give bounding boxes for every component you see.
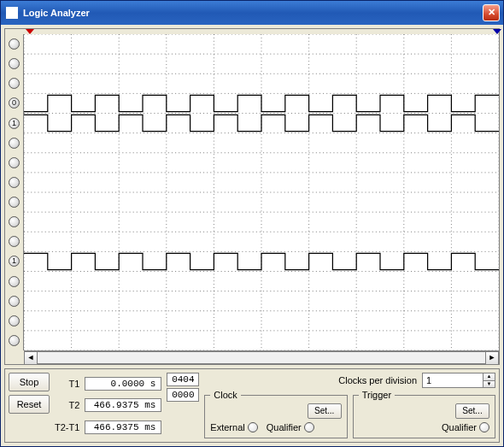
channel-dot-icon: [9, 335, 20, 346]
channel-dot-icon: [9, 138, 20, 149]
t1-label: T1: [55, 379, 81, 389]
channel-indicator[interactable]: [5, 173, 23, 192]
hex-top-value: 0404: [167, 373, 199, 386]
title-bar[interactable]: Logic Analyzer ✕: [1, 1, 503, 25]
channel-dot-icon: [9, 177, 20, 188]
channel-dot-icon: [9, 296, 20, 307]
spinner-up-button[interactable]: ▲: [483, 373, 495, 381]
channel-dot-icon: 1: [9, 118, 20, 129]
trigger-qualifier-radio[interactable]: Qualifier: [442, 422, 489, 432]
t2t1-value: 466.9375 ms: [85, 421, 161, 434]
channel-dot-icon: [9, 197, 20, 208]
client-area: 011 ◄ ► Stop Reset T1 0.0000 s T2 466.93…: [1, 25, 503, 446]
scroll-right-button[interactable]: ►: [485, 351, 499, 365]
waveform-display[interactable]: [24, 34, 499, 350]
channel-indicator[interactable]: [5, 212, 23, 232]
channel-indicator[interactable]: [5, 232, 23, 251]
trigger-qualifier-label: Qualifier: [442, 422, 477, 432]
channel-indicator[interactable]: [5, 192, 23, 212]
clock-set-button[interactable]: Set...: [308, 403, 342, 419]
channel-indicator[interactable]: [5, 291, 23, 311]
channel-dot-icon: 1: [9, 256, 20, 267]
channel-column: 011: [5, 34, 24, 350]
clocks-per-division-label: Clocks per division: [338, 375, 417, 385]
logic-analyzer-window: Logic Analyzer ✕ 011 ◄ ► Stop: [0, 0, 504, 447]
channel-dot-icon: [9, 157, 20, 168]
close-button[interactable]: ✕: [483, 4, 500, 21]
channel-dot-icon: [9, 58, 20, 69]
window-title: Logic Analyzer: [23, 8, 90, 18]
horizontal-scrollbar[interactable]: ◄ ►: [24, 350, 499, 364]
channel-dot-icon: [9, 236, 20, 247]
channel-indicator[interactable]: [5, 153, 23, 173]
channel-indicator[interactable]: [5, 311, 23, 331]
clocks-per-division-spinner[interactable]: ▲ ▼: [422, 373, 495, 388]
time-readout: T1 0.0000 s T2 466.9375 ms T2-T1 466.937…: [55, 373, 161, 438]
t2t1-label: T2-T1: [55, 422, 81, 432]
trigger-set-button[interactable]: Set...: [455, 403, 489, 419]
channel-indicator[interactable]: 0: [5, 93, 23, 113]
t2-label: T2: [55, 400, 81, 410]
channel-indicator[interactable]: [5, 74, 23, 93]
radio-icon: [304, 422, 314, 432]
clock-qualifier-radio[interactable]: Qualifier: [267, 422, 314, 432]
waveform-panel: 011 ◄ ►: [4, 28, 500, 365]
channel-indicator[interactable]: 1: [5, 251, 23, 271]
clock-group: Clock Set... External Qualifier: [204, 390, 347, 438]
window-system-icon: [6, 7, 18, 19]
t1-value: 0.0000 s: [85, 377, 161, 391]
channel-indicator[interactable]: [5, 54, 23, 74]
channel-indicator[interactable]: [5, 34, 23, 54]
radio-icon: [248, 422, 258, 432]
channel-indicator[interactable]: [5, 272, 23, 291]
clock-external-label: External: [210, 422, 244, 432]
channel-indicator[interactable]: 1: [5, 114, 23, 133]
scroll-track[interactable]: [38, 351, 485, 364]
channel-dot-icon: [9, 38, 20, 50]
channel-dot-icon: [9, 315, 20, 326]
spinner-down-button[interactable]: ▼: [483, 381, 495, 388]
hex-readout: 0404 0000: [167, 373, 199, 438]
channel-dot-icon: [9, 78, 20, 89]
channel-dot-icon: [9, 276, 20, 287]
channel-indicator[interactable]: [5, 133, 23, 153]
clocks-per-division-input[interactable]: [423, 373, 483, 387]
clock-external-radio[interactable]: External: [210, 422, 257, 432]
reset-button[interactable]: Reset: [9, 395, 50, 414]
clock-group-label: Clock: [210, 390, 241, 400]
trigger-group-label: Trigger: [359, 390, 395, 400]
channel-indicator[interactable]: [5, 331, 23, 350]
channel-dot-icon: [9, 216, 20, 227]
control-panel: Stop Reset T1 0.0000 s T2 466.9375 ms T2…: [4, 368, 500, 443]
trigger-group: Trigger Set... Qualifier: [353, 390, 495, 438]
clock-qualifier-label: Qualifier: [267, 422, 302, 432]
radio-icon: [479, 422, 489, 432]
waveform-svg: [24, 34, 499, 350]
scroll-left-button[interactable]: ◄: [24, 351, 38, 365]
channel-dot-icon: 0: [9, 97, 20, 109]
hex-bottom-value: 0000: [167, 388, 199, 402]
t2-value: 466.9375 ms: [85, 398, 161, 412]
stop-button[interactable]: Stop: [9, 373, 50, 391]
